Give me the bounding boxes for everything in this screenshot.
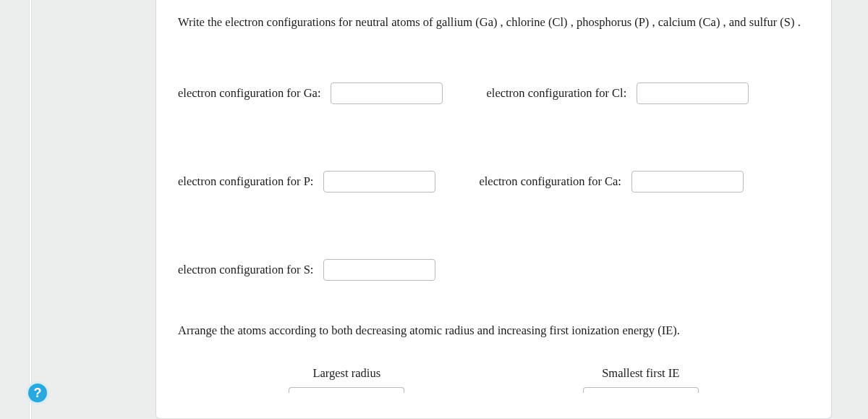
rank-label-left: Largest radius (312, 364, 380, 383)
help-button[interactable]: ? (26, 381, 49, 405)
input-ga[interactable] (331, 82, 443, 104)
row-s: electron configuration for S: (178, 259, 809, 281)
label-s: electron configuration for S: (178, 261, 313, 279)
help-icon: ? (34, 386, 42, 401)
field-pair-p: electron configuration for P: (178, 171, 435, 192)
question-prompt: Write the electron configurations for ne… (178, 13, 809, 32)
input-ca[interactable] (631, 171, 744, 192)
rank-dropzone-right[interactable] (583, 387, 699, 393)
input-s[interactable] (323, 259, 435, 281)
rank-label-right: Smallest first IE (602, 364, 679, 383)
field-pair-s: electron configuration for S: (178, 259, 435, 281)
rank-row: Largest radius Smallest first IE (178, 364, 809, 393)
label-ga: electron configuration for Ga: (178, 84, 320, 103)
label-ca: electron configuration for Ca: (479, 172, 621, 191)
row-ga-cl: electron configuration for Ga: electron … (178, 82, 809, 104)
row-p-ca: electron configuration for P: electron c… (178, 171, 809, 192)
rank-col-right: Smallest first IE (561, 364, 720, 393)
field-pair-ca: electron configuration for Ca: (479, 171, 744, 192)
rank-dropzone-left[interactable] (289, 387, 404, 393)
label-p: electron configuration for P: (178, 172, 313, 191)
left-gutter (29, 0, 32, 419)
field-pair-cl: electron configuration for Cl: (486, 82, 749, 104)
label-cl: electron configuration for Cl: (486, 84, 626, 103)
input-p[interactable] (323, 171, 435, 192)
input-cl[interactable] (637, 82, 749, 104)
field-pair-ga: electron configuration for Ga: (178, 82, 443, 104)
page: Write the electron configurations for ne… (0, 0, 868, 419)
question-card: Write the electron configurations for ne… (156, 0, 832, 419)
rank-col-left: Largest radius (267, 364, 426, 393)
arrange-prompt: Arrange the atoms according to both decr… (178, 321, 809, 340)
